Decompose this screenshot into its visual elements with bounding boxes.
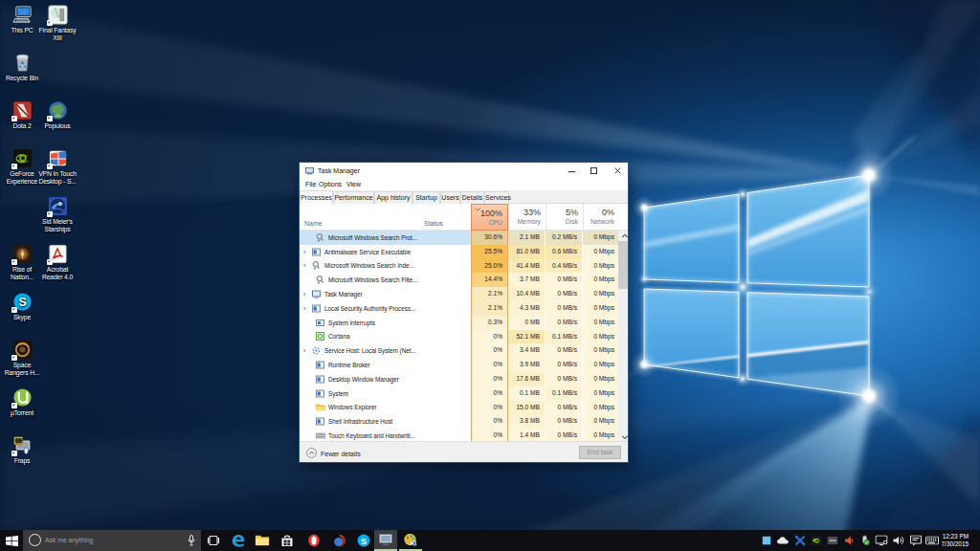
svg-text:S: S bbox=[18, 296, 26, 309]
svg-text:S: S bbox=[361, 537, 367, 546]
svg-text:99: 99 bbox=[14, 437, 22, 444]
